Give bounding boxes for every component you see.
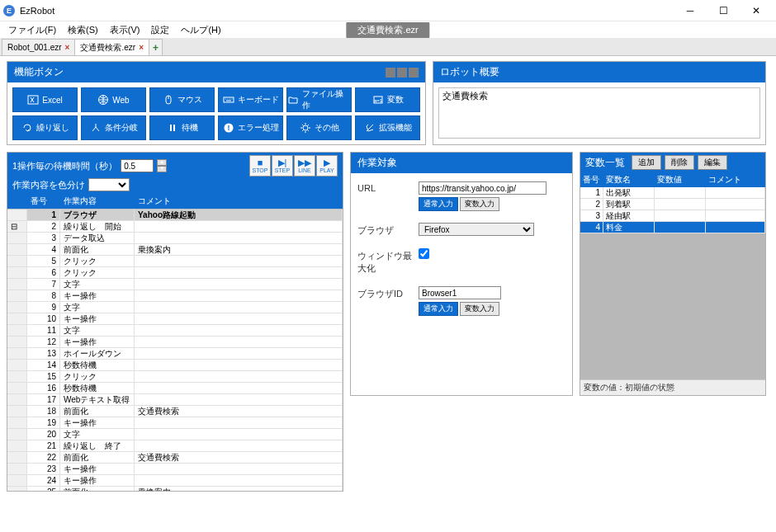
table-row[interactable]: 6クリック [7,267,343,279]
table-row[interactable]: 4前面化乗換案内 [7,244,343,256]
color-combo[interactable] [88,178,130,191]
table-row[interactable]: 1出発駅 [580,187,765,199]
menu-search[interactable]: 検索(S) [63,22,103,38]
tab-new[interactable]: + [149,39,163,55]
vars-grid[interactable]: 1出発駅2到着駅3経由駅4料金 [580,187,765,379]
close-icon[interactable]: × [65,43,70,52]
keyboard-icon [223,94,234,106]
fn-keyboard-button[interactable]: キーボード [218,87,283,112]
add-variable-button[interactable]: 追加 [632,155,661,170]
spin-up[interactable]: ▲ [157,159,167,166]
document-name-badge: 交通費検索.ezr [346,22,429,38]
table-row[interactable]: 8キー操作 [7,290,343,302]
fn-mouse-button[interactable]: マウス [149,87,215,112]
minimize-button[interactable]: ─ [674,0,707,21]
fn-web-button[interactable]: Web [81,87,146,112]
table-row[interactable]: 7文字 [7,279,343,290]
delete-variable-button[interactable]: 削除 [665,155,694,170]
fn-error-button[interactable]: !エラー処理 [218,115,283,140]
excel-icon [27,94,39,106]
normal-input-button-2[interactable]: 通常入力 [419,302,458,316]
table-row[interactable]: 20文字 [7,429,343,440]
fn-excel-button[interactable]: Excel [12,87,78,112]
browser-id-label: ブラウザID [357,286,415,300]
svg-point-16 [303,125,308,130]
table-row[interactable]: 17Webテキスト取得 [7,394,343,406]
steps-grid[interactable]: 1ブラウザYahoo路線起動⊟2繰り返し 開始3データ取込4前面化乗換案内5クリ… [7,209,343,491]
table-row[interactable]: 5クリック [7,256,343,267]
table-row[interactable]: 14秒数待機 [7,360,343,371]
table-row[interactable]: 21繰り返し 終了 [7,440,343,452]
app-icon: E [3,5,15,16]
table-row[interactable]: 3データ取込 [7,233,343,244]
tab-kotsuhi[interactable]: 交通費検索.ezr × [74,39,149,55]
url-input[interactable] [419,181,547,195]
window-max-checkbox[interactable] [419,248,429,259]
document-tabs: Robot_001.ezr × 交通費検索.ezr × + [0,38,776,56]
svg-rect-9 [226,101,231,101]
svg-point-8 [231,99,232,100]
table-row[interactable]: 4料金 [580,222,765,233]
browser-select[interactable]: Firefox [419,223,534,236]
fn-extension-button[interactable]: 拡張機能 [355,115,420,140]
wait-time-label: 1操作毎の待機時間（秒） [12,160,117,172]
fn-wait-button[interactable]: 待機 [149,115,215,140]
edit-variable-button[interactable]: 編集 [698,155,727,170]
stop-button[interactable]: ■STOP [249,155,271,177]
svg-text:!: ! [227,124,229,132]
table-row[interactable]: 24キー操作 [7,475,343,487]
tab-robot001[interactable]: Robot_001.ezr × [2,39,75,55]
close-button[interactable]: ✕ [740,0,773,21]
variable-input-button-2[interactable]: 変数入力 [460,302,499,316]
svg-text:a=1: a=1 [373,98,382,103]
branch-icon [90,122,102,134]
maximize-button[interactable]: ☐ [707,0,740,21]
menu-settings[interactable]: 設定 [146,22,174,38]
table-row[interactable]: 15クリック [7,371,343,383]
step-button[interactable]: ▶|STEP [272,155,293,177]
close-icon[interactable]: × [139,43,144,52]
window-max-label: ウィンドウ最大化 [357,248,415,275]
fn-branch-button[interactable]: 条件分岐 [81,115,146,140]
svg-point-5 [225,99,226,100]
tab-label: Robot_001.ezr [7,43,62,52]
table-row[interactable]: 16秒数待機 [7,383,343,394]
menu-view[interactable]: 表示(V) [105,22,145,38]
svg-rect-13 [173,125,175,131]
table-row[interactable]: ⊟2繰り返し 開始 [7,221,343,233]
table-row[interactable]: 23キー操作 [7,464,343,475]
normal-input-button[interactable]: 通常入力 [419,197,458,211]
table-row[interactable]: 12キー操作 [7,337,343,348]
menu-file[interactable]: ファイル(F) [3,22,61,38]
menu-help[interactable]: ヘルプ(H) [176,22,225,38]
fn-file-button[interactable]: ファイル操作 [286,87,352,112]
play-button[interactable]: ▶PLAY [316,155,338,177]
fn-variable-button[interactable]: a=1変数 [355,87,420,112]
table-row[interactable]: 22前面化交通費検索 [7,452,343,464]
table-row[interactable]: 19キー操作 [7,417,343,429]
table-row[interactable]: 2到着駅 [580,199,765,210]
robot-overview-text[interactable]: 交通費検索 [438,87,760,139]
table-row[interactable]: 1ブラウザYahoo路線起動 [7,210,343,221]
table-row[interactable]: 10キー操作 [7,313,343,325]
table-row[interactable]: 11文字 [7,325,343,337]
gear-icon [300,122,311,134]
table-row[interactable]: 13ホイールダウン [7,348,343,360]
wait-time-input[interactable] [121,159,154,172]
table-row[interactable]: 18前面化交通費検索 [7,406,343,417]
line-button[interactable]: ▶▶LINE [294,155,315,177]
robot-overview-panel: ロボット概要 交通費検索 [433,61,766,145]
table-row[interactable]: 9文字 [7,302,343,313]
panel-indicators [386,68,419,78]
svg-rect-4 [224,97,234,102]
table-row[interactable]: 3経由駅 [580,210,765,222]
url-label: URL [357,181,415,193]
spin-down[interactable]: ▼ [157,166,167,172]
fn-loop-button[interactable]: 繰り返し [12,115,78,140]
table-row[interactable]: 25前面化乗換案内 [7,487,343,491]
fn-other-button[interactable]: その他 [286,115,352,140]
variable-input-button[interactable]: 変数入力 [460,197,499,211]
stop-icon: ■ [258,158,263,167]
panel-title: ロボット概要 [440,65,499,79]
browser-id-input[interactable] [419,286,501,299]
